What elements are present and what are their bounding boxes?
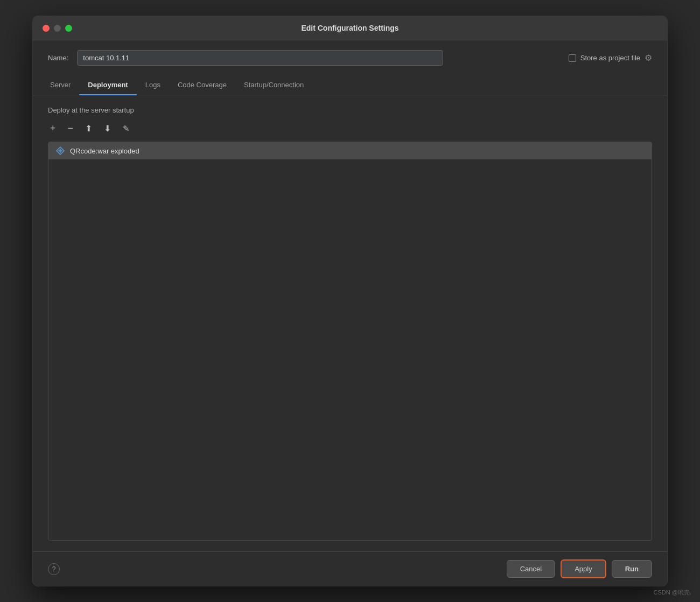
name-label: Name: (48, 54, 68, 62)
artifact-list: QRcode:war exploded (48, 142, 652, 541)
move-down-button[interactable]: ⬇ (102, 122, 113, 135)
store-project-checkbox[interactable] (569, 54, 576, 62)
tab-logs[interactable]: Logs (137, 75, 169, 95)
dialog: Edit Configuration Settings Name: Store … (32, 16, 668, 586)
run-button[interactable]: Run (612, 560, 652, 578)
name-row: Name: Store as project file ⚙ (33, 40, 667, 75)
edit-button[interactable] (121, 123, 132, 135)
toolbar-row: ⬆ ⬇ (48, 122, 652, 135)
minimize-button[interactable] (54, 25, 61, 32)
store-project-row: Store as project file ⚙ (569, 53, 652, 63)
window-controls (43, 25, 72, 32)
close-button[interactable] (43, 25, 50, 32)
list-item[interactable]: QRcode:war exploded (48, 142, 652, 159)
store-project-label: Store as project file (580, 54, 640, 62)
tab-code-coverage[interactable]: Code Coverage (169, 75, 235, 95)
tab-server[interactable]: Server (48, 75, 79, 95)
minus-icon (68, 123, 74, 134)
bottom-bar: ? Cancel Apply Run (33, 551, 667, 586)
add-button[interactable] (48, 122, 58, 135)
help-button[interactable]: ? (48, 563, 60, 575)
dialog-title: Edit Configuration Settings (301, 24, 398, 32)
maximize-button[interactable] (65, 25, 72, 32)
war-exploded-icon (56, 146, 65, 155)
remove-button[interactable] (66, 122, 76, 135)
tab-deployment[interactable]: Deployment (79, 75, 136, 95)
tabs-row: Server Deployment Logs Code Coverage Sta… (33, 75, 667, 95)
plus-icon (50, 123, 56, 134)
watermark: CSDN @玳壳. (654, 589, 691, 597)
main-content: Deploy at the server startup ⬆ ⬇ (33, 95, 667, 551)
move-up-button[interactable]: ⬆ (83, 122, 94, 135)
move-down-icon: ⬇ (104, 123, 111, 134)
deploy-label: Deploy at the server startup (48, 106, 652, 114)
move-up-icon: ⬆ (85, 123, 92, 134)
name-input[interactable] (77, 50, 443, 66)
cancel-button[interactable]: Cancel (507, 560, 555, 578)
tab-startup-connection[interactable]: Startup/Connection (235, 75, 312, 95)
edit-icon (123, 124, 130, 134)
gear-icon[interactable]: ⚙ (645, 53, 652, 63)
title-bar: Edit Configuration Settings (33, 16, 667, 40)
artifact-name: QRcode:war exploded (70, 147, 139, 155)
apply-button[interactable]: Apply (561, 559, 606, 578)
